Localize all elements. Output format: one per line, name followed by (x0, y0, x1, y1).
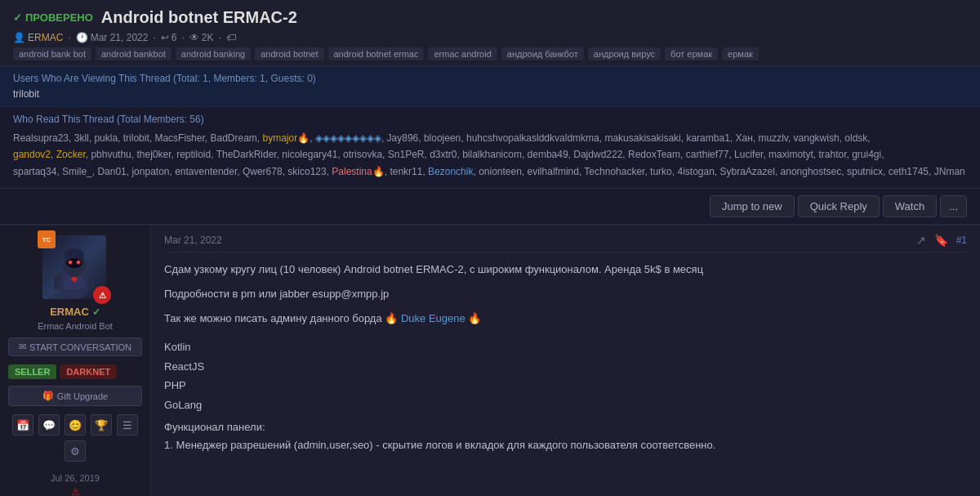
member-realsupra23[interactable]: Realsupra23 (13, 132, 69, 144)
member-gandov2[interactable]: gandov2 (13, 149, 51, 160)
member-dajdwd222[interactable]: Dajdwd222 (573, 149, 622, 160)
settings-icon-btn[interactable]: ⚙ (65, 440, 86, 462)
viewer-name[interactable]: trilobit (13, 88, 967, 100)
member-entaventender[interactable]: entaventender (175, 166, 237, 177)
member-d3xtr0[interactable]: d3xtr0 (430, 149, 457, 160)
gift-upgrade-button[interactable]: 🎁 Gift Upgrade (8, 386, 142, 406)
member-smile[interactable]: Smile_ (62, 166, 92, 177)
member-sybraazazel[interactable]: SybraAzazel (720, 166, 775, 177)
member-redoxteam[interactable]: RedoxTeam (628, 149, 680, 160)
member-muzzlv[interactable]: muzzlv (758, 132, 787, 144)
member-sputnicx[interactable]: sputnicx (847, 166, 883, 177)
watch-button[interactable]: Watch (883, 195, 937, 217)
member-placeholder[interactable]: ◈◈◈◈◈◈◈◈◈ (315, 132, 381, 144)
member-pbhvuthu[interactable]: pbhvuthu (91, 149, 131, 160)
duke-eugene-link[interactable]: Duke Eugene (401, 312, 466, 324)
quick-reply-button[interactable]: Quick Reply (798, 195, 880, 217)
tag-6[interactable]: ermac android (428, 47, 497, 60)
member-thedarkrider[interactable]: TheDarkRider (216, 149, 277, 160)
svg-rect-13 (88, 276, 95, 289)
more-button[interactable]: ... (940, 195, 967, 217)
member-technohacker[interactable]: Technohacker (584, 166, 644, 177)
tag-3[interactable]: android banking (176, 47, 251, 60)
member-ceth1745[interactable]: ceth1745 (889, 166, 929, 177)
tag-10[interactable]: ермак (722, 47, 759, 60)
member-qwer678[interactable]: Qwer678 (243, 166, 283, 177)
member-turko[interactable]: turko (650, 166, 672, 177)
bookmark-icon[interactable]: 🔖 (934, 234, 948, 247)
member-sn1per[interactable]: Sn1PeR (388, 149, 425, 160)
list-icon-btn[interactable]: ☰ (117, 414, 138, 436)
member-spartaq34[interactable]: spartaq34 (13, 166, 56, 177)
member-bezonchik[interactable]: Bezonchik (428, 166, 473, 177)
seller-darknet-badges: SELLER DARKNET (8, 364, 142, 379)
functional-item1: 1. Менеджер разрешений (admin,user,seo) … (164, 436, 967, 454)
member-nicolegary41[interactable]: nicolegary41 (282, 149, 337, 160)
thread-title-row: ✓ ПРОВЕРЕНО Android botnet ERMAC-2 (13, 8, 967, 27)
viewers-section: Users Who Are Viewing This Thread (Total… (0, 66, 980, 107)
post-timestamp: Mar 21, 2022 (164, 235, 222, 246)
member-jonpaton[interactable]: jonpaton (131, 166, 169, 177)
user-icon: 👤 (13, 32, 25, 43)
member-oldsk[interactable]: oldsk (844, 132, 867, 144)
member-grui4gi[interactable]: grui4gi (852, 149, 881, 160)
start-conversation-button[interactable]: ✉ START CONVERSATION (8, 337, 142, 356)
member-skico123[interactable]: skico123 (287, 166, 326, 177)
member-pukla[interactable]: pukla (94, 132, 118, 144)
member-3kll[interactable]: 3kll (74, 132, 89, 144)
jump-to-new-button[interactable]: Jump to new (710, 195, 795, 217)
svg-rect-12 (54, 276, 60, 289)
member-demba49[interactable]: demba49 (528, 149, 568, 160)
member-4istogan[interactable]: 4istogan (677, 166, 714, 177)
member-huhcsh[interactable]: huhcshvopalkaslddkvaldmkma (466, 132, 599, 144)
tag-4[interactable]: android botnet (255, 47, 323, 60)
join-date: Jul 26, 2019 (51, 473, 100, 483)
member-maximotyt[interactable]: maximotyt (768, 149, 813, 160)
tag-5[interactable]: android botnet ermac (328, 47, 425, 60)
member-reptiloid[interactable]: reptiloid (176, 149, 211, 160)
member-zocker[interactable]: Zocker (56, 149, 86, 160)
fire-icon2: 🔥 (468, 312, 481, 324)
member-bloojeen[interactable]: bloojeen (424, 132, 461, 144)
member-vangkwish[interactable]: vangkwish (794, 132, 840, 144)
tag-list: android bank bot android bankbot android… (13, 47, 967, 60)
member-macsfisher[interactable]: MacsFisher (154, 132, 204, 144)
username[interactable]: ERMAC ✓ (50, 306, 100, 318)
clock-icon: 🕐 (76, 32, 88, 43)
member-makusakisakisaki[interactable]: makusakisakisaki (604, 132, 680, 144)
member-karamba1[interactable]: karamba1 (686, 132, 729, 144)
member-han[interactable]: Хан (735, 132, 752, 144)
svg-point-9 (78, 261, 79, 263)
member-dan01[interactable]: Dan01 (97, 166, 126, 177)
member-lucifer[interactable]: Lucifer (734, 149, 763, 160)
member-otrisovka[interactable]: otrisovka (343, 149, 382, 160)
emoji-icon-btn[interactable]: 😊 (65, 414, 86, 436)
calendar-icon-btn[interactable]: 📅 (12, 414, 33, 436)
member-bilalkhanicom[interactable]: bilalkhanicom (462, 149, 522, 160)
member-carthief77[interactable]: carthief77 (686, 149, 729, 160)
tag-8[interactable]: андроид вирус (588, 47, 661, 60)
member-trahtor[interactable]: trahtor (818, 149, 846, 160)
user-avatar-wrapper: TC ⚠ (42, 235, 108, 301)
member-bymajor[interactable]: bymajor🔥 (263, 132, 310, 144)
member-evilhalfmind[interactable]: evilhalfmind (528, 166, 579, 177)
member-onionteen[interactable]: onionteen (479, 166, 522, 177)
tag-7[interactable]: андроид банкбот (501, 47, 584, 60)
member-trilobit[interactable]: trilobit (123, 132, 149, 144)
thread-title: Android botnet ERMAC-2 (101, 8, 297, 27)
member-thej0ker[interactable]: thej0ker (136, 149, 171, 160)
member-jnman[interactable]: JNman (934, 166, 965, 177)
member-jay896[interactable]: Jay896 (387, 132, 419, 144)
member-tenkr11[interactable]: tenkr11 (390, 166, 422, 177)
member-anonghostsec[interactable]: anonghostsec (781, 166, 842, 177)
share-icon[interactable]: ↗ (916, 234, 926, 247)
tag-2[interactable]: android bankbot (96, 47, 172, 60)
tech-kotlin: Kotlin (164, 337, 967, 356)
tag-9[interactable]: бот ермак (665, 47, 718, 60)
chat-icon-btn[interactable]: 💬 (38, 414, 60, 436)
tag-1[interactable]: android bank bot (13, 47, 91, 60)
member-palestina[interactable]: Palestina🔥 (332, 166, 384, 177)
trophy-icon-btn[interactable]: 🏆 (91, 414, 112, 436)
author-name[interactable]: ERMAC (28, 32, 63, 43)
member-baddream[interactable]: BadDream (210, 132, 256, 144)
